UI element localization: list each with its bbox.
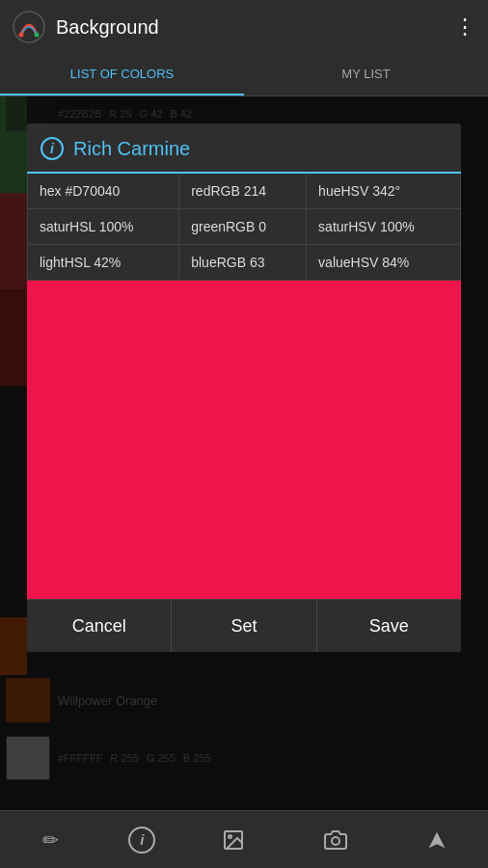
cell-satur-hsl: saturHSL 100% xyxy=(28,209,179,245)
gallery-icon[interactable] xyxy=(209,821,258,859)
cell-green: greenRGB 0 xyxy=(179,209,307,245)
tab-list-of-colors[interactable]: LIST OF COLORS xyxy=(0,54,244,95)
app-logo-icon xyxy=(12,10,46,44)
overflow-menu-button[interactable]: ⋮ xyxy=(454,14,476,40)
cell-hue: hueHSV 342° xyxy=(307,174,461,209)
color-data-table: hex #D70040 redRGB 214 hueHSV 342° satur… xyxy=(27,174,461,281)
svg-point-5 xyxy=(332,837,339,845)
color-detail-dialog: i Rich Carmine hex #D70040 redRGB 214 hu… xyxy=(27,123,461,652)
cell-blue: blueRGB 63 xyxy=(179,245,307,281)
table-row: saturHSL 100% greenRGB 0 saturHSV 100% xyxy=(28,209,461,245)
cell-value-hsv: valueHSV 84% xyxy=(307,245,461,281)
cancel-button[interactable]: Cancel xyxy=(27,600,172,652)
cell-hex: hex #D70040 xyxy=(28,174,179,209)
tab-my-list[interactable]: MY LIST xyxy=(244,54,488,95)
cell-light-hsl: lightHSL 42% xyxy=(28,245,179,281)
tabs-bar: LIST OF COLORS MY LIST xyxy=(0,54,488,96)
dialog-color-name: Rich Carmine xyxy=(73,138,190,160)
table-row: hex #D70040 redRGB 214 hueHSV 342° xyxy=(28,174,461,209)
dialog-buttons: Cancel Set Save xyxy=(27,599,461,652)
bottom-bar: ✏ i xyxy=(0,810,488,868)
edit-icon[interactable]: ✏ xyxy=(27,821,75,859)
top-bar-left: Background xyxy=(12,10,159,44)
cell-satur-hsv: saturHSV 100% xyxy=(307,209,461,245)
app-title: Background xyxy=(56,16,159,39)
info-bottom-icon[interactable]: i xyxy=(128,827,155,854)
info-icon: i xyxy=(41,137,64,160)
color-preview-swatch xyxy=(27,281,461,599)
table-row: lightHSL 42% blueRGB 63 valueHSV 84% xyxy=(28,245,461,281)
dialog-header: i Rich Carmine xyxy=(27,123,461,174)
set-button[interactable]: Set xyxy=(172,600,316,652)
save-button[interactable]: Save xyxy=(317,600,461,652)
svg-point-4 xyxy=(229,835,231,838)
top-bar: Background ⋮ xyxy=(0,0,488,54)
svg-point-1 xyxy=(19,33,24,38)
send-icon[interactable] xyxy=(413,821,461,859)
svg-point-2 xyxy=(35,33,40,38)
camera-icon[interactable] xyxy=(312,821,360,859)
cell-red: redRGB 214 xyxy=(179,174,307,209)
